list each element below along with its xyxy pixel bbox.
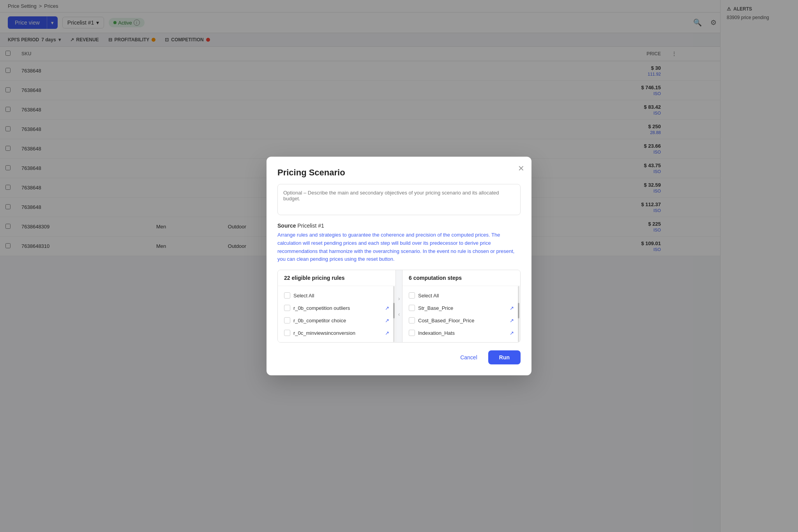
modal-title: Pricing Scenario [277, 168, 521, 178]
scenario-description-input[interactable] [277, 184, 521, 215]
source-description: Arrange rules and strategies to guarante… [277, 231, 521, 256]
source-value: Pricelist #1 [297, 223, 324, 229]
source-label-text: Source [277, 223, 296, 229]
source-label: Source Pricelist #1 [277, 223, 521, 229]
modal-close-button[interactable]: ✕ [518, 164, 524, 173]
modal-overlay[interactable]: ✕ Pricing Scenario Source Pricelist #1 A… [0, 0, 798, 256]
pricing-scenario-modal: ✕ Pricing Scenario Source Pricelist #1 A… [267, 157, 531, 256]
